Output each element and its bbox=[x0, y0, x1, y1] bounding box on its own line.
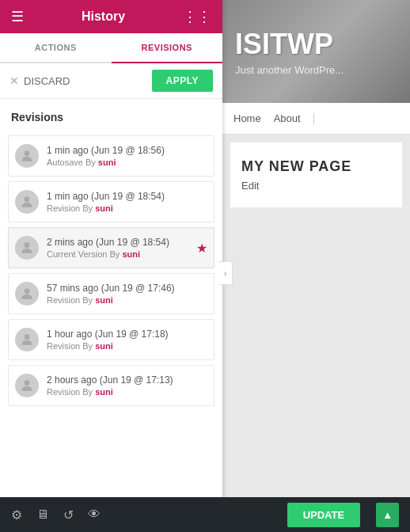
avatar bbox=[15, 374, 39, 397]
page-edit-link[interactable]: Edit bbox=[241, 180, 391, 192]
revision-time: 2 hours ago (Jun 19 @ 17:13) bbox=[47, 374, 207, 386]
revision-info: 1 min ago (Jun 19 @ 18:54) Revision By s… bbox=[47, 191, 207, 213]
svg-point-4 bbox=[25, 334, 30, 340]
avatar bbox=[15, 236, 39, 260]
site-subtitle: Just another WordPre... bbox=[235, 64, 397, 76]
revision-item[interactable]: 2 hours ago (Jun 19 @ 17:13) Revision By… bbox=[8, 365, 214, 406]
page-content-title: MY NEW PAGE bbox=[241, 158, 391, 175]
discard-label: DISCARD bbox=[24, 75, 70, 87]
revision-by: Current Version By suni bbox=[47, 249, 192, 259]
svg-point-3 bbox=[25, 288, 30, 294]
settings-icon[interactable]: ⚙ bbox=[11, 507, 22, 522]
panel-header: ☰ History ⋮⋮ bbox=[0, 0, 222, 33]
revision-info: 57 mins ago (Jun 19 @ 17:46) Revision By… bbox=[47, 283, 207, 305]
nav-divider bbox=[313, 113, 314, 124]
revision-info: 1 hour ago (Jun 19 @ 17:18) Revision By … bbox=[47, 329, 207, 351]
svg-point-0 bbox=[25, 150, 30, 156]
revision-time: 2 mins ago (Jun 19 @ 18:54) bbox=[47, 237, 192, 248]
revision-info: 1 min ago (Jun 19 @ 18:56) Autosave By s… bbox=[47, 145, 207, 167]
apply-button[interactable]: APPLY bbox=[152, 70, 213, 92]
history-icon[interactable]: ↺ bbox=[63, 507, 74, 522]
website-nav: Home About bbox=[222, 103, 410, 135]
bottom-toolbar: ⚙ 🖥 ↺ 👁 UPDATE ▲ bbox=[0, 497, 410, 532]
hamburger-icon[interactable]: ☰ bbox=[11, 8, 24, 25]
revision-item[interactable]: 1 min ago (Jun 19 @ 18:54) Revision By s… bbox=[8, 181, 214, 222]
discard-x-icon: ✕ bbox=[9, 74, 19, 87]
revisions-section: Revisions bbox=[0, 99, 222, 131]
revision-item[interactable]: 1 min ago (Jun 19 @ 18:56) Autosave By s… bbox=[8, 135, 214, 177]
nav-item-about[interactable]: About bbox=[274, 112, 301, 124]
history-panel: ☰ History ⋮⋮ ACTIONS REVISIONS ✕ DISCARD… bbox=[0, 0, 222, 532]
revision-by: Autosave By suni bbox=[47, 158, 207, 167]
discard-button[interactable]: ✕ DISCARD bbox=[9, 74, 70, 87]
star-icon: ★ bbox=[196, 241, 207, 256]
revision-item[interactable]: 1 hour ago (Jun 19 @ 17:18) Revision By … bbox=[8, 319, 214, 360]
svg-point-2 bbox=[25, 242, 30, 248]
revision-time: 1 min ago (Jun 19 @ 18:56) bbox=[47, 145, 207, 156]
revision-time: 57 mins ago (Jun 19 @ 17:46) bbox=[47, 283, 207, 294]
nav-item-home[interactable]: Home bbox=[233, 112, 261, 124]
tab-revisions[interactable]: REVISIONS bbox=[112, 33, 223, 63]
revision-item[interactable]: 57 mins ago (Jun 19 @ 17:46) Revision By… bbox=[8, 273, 214, 314]
update-button[interactable]: UPDATE bbox=[287, 503, 360, 527]
website-header-image: ISITWP Just another WordPre... bbox=[222, 0, 410, 103]
revision-by: Revision By suni bbox=[47, 387, 207, 397]
revision-by: Revision By suni bbox=[47, 203, 207, 213]
revision-by: Revision By suni bbox=[47, 295, 207, 305]
site-title: ISITWP bbox=[235, 28, 397, 61]
svg-point-5 bbox=[25, 380, 30, 386]
revision-time: 1 hour ago (Jun 19 @ 17:18) bbox=[47, 329, 207, 340]
avatar bbox=[15, 282, 39, 306]
revision-list: 1 min ago (Jun 19 @ 18:56) Autosave By s… bbox=[0, 131, 222, 532]
revision-time: 1 min ago (Jun 19 @ 18:54) bbox=[47, 191, 207, 202]
grid-icon[interactable]: ⋮⋮ bbox=[183, 8, 211, 25]
avatar bbox=[15, 328, 39, 352]
panel-title: History bbox=[24, 10, 183, 24]
revision-item-current[interactable]: 2 mins ago (Jun 19 @ 18:54) Current Vers… bbox=[8, 227, 214, 268]
website-preview: ISITWP Just another WordPre... Home Abou… bbox=[222, 0, 410, 497]
svg-point-1 bbox=[25, 196, 30, 202]
revisions-label: Revisions bbox=[11, 111, 63, 124]
avatar bbox=[15, 144, 39, 168]
tab-actions[interactable]: ACTIONS bbox=[0, 33, 112, 62]
revision-by: Revision By suni bbox=[47, 341, 207, 351]
preview-icon[interactable]: 👁 bbox=[88, 507, 101, 522]
action-bar: ✕ DISCARD APPLY bbox=[0, 63, 222, 99]
monitor-icon[interactable]: 🖥 bbox=[36, 507, 49, 522]
tabs-bar: ACTIONS REVISIONS bbox=[0, 33, 222, 63]
update-arrow-button[interactable]: ▲ bbox=[376, 503, 399, 527]
page-content-area: MY NEW PAGE Edit bbox=[230, 142, 402, 207]
avatar bbox=[15, 190, 39, 214]
collapse-panel-button[interactable]: › bbox=[218, 261, 233, 285]
revision-info: 2 hours ago (Jun 19 @ 17:13) Revision By… bbox=[47, 374, 207, 397]
revision-info: 2 mins ago (Jun 19 @ 18:54) Current Vers… bbox=[47, 237, 192, 259]
